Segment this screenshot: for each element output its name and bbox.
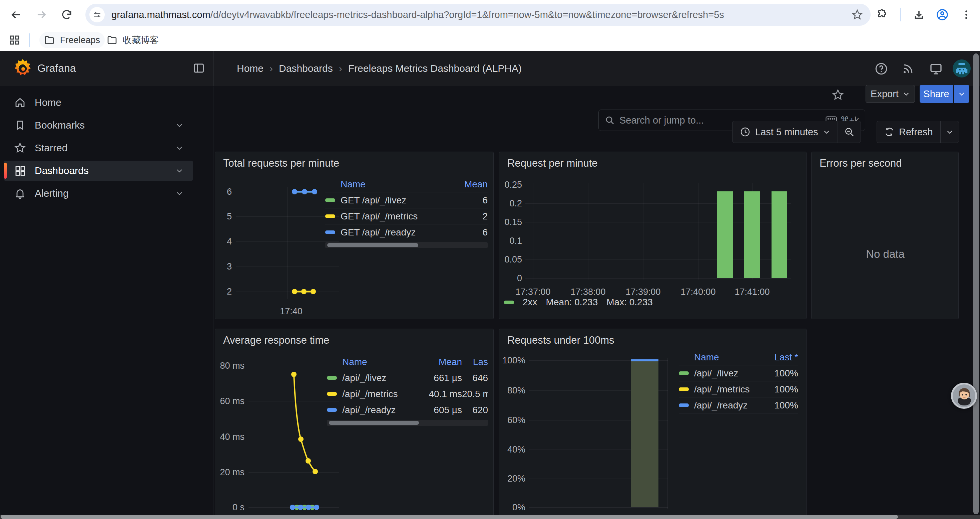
panel-requests-under-100ms[interactable]: Requests under 100ms100%80%60%40%20%0%17… — [499, 329, 807, 519]
user-avatar[interactable] — [953, 59, 970, 77]
series-name[interactable]: /api/_/livez — [342, 373, 425, 383]
bar-2xx — [717, 192, 733, 278]
y-axis-tick: 0.15 — [502, 217, 522, 227]
vertical-scrollbar-thumb[interactable] — [973, 53, 978, 514]
panel-title: Request per minute — [508, 157, 598, 169]
share-button[interactable]: Share — [920, 85, 953, 103]
area-fill-100pct — [631, 360, 659, 507]
profile-icon[interactable] — [933, 5, 951, 24]
chevron-down-icon[interactable] — [175, 189, 183, 197]
refresh-interval-button[interactable] — [941, 121, 959, 143]
legend-scrollbar[interactable] — [325, 242, 488, 248]
legend-column-header[interactable]: Las — [462, 357, 488, 367]
gridline — [698, 183, 698, 279]
legend-column-header[interactable]: Name — [340, 179, 451, 190]
news-rss-icon[interactable] — [898, 59, 918, 79]
forward-icon[interactable] — [32, 5, 51, 24]
grafana-logo[interactable] — [13, 59, 32, 77]
horizontal-scrollbar-thumb[interactable] — [1, 515, 898, 519]
y-axis-tick: 0.2 — [502, 198, 522, 209]
sidebar-item-starred[interactable]: Starred — [4, 138, 193, 158]
series-name[interactable]: /api/_/metrics — [694, 384, 759, 395]
series-name[interactable]: GET /api/_/livez — [340, 195, 451, 206]
series-name[interactable]: /api/_/metrics — [342, 389, 425, 399]
y-axis-tick: 5 — [218, 211, 232, 222]
zoom-out-button[interactable] — [838, 121, 861, 143]
sidebar-item-dashboards[interactable]: Dashboards — [4, 161, 193, 181]
gridline — [617, 358, 617, 509]
sidebar-item-alerting[interactable]: Alerting — [4, 184, 193, 203]
legend-column-header[interactable]: Last * — [759, 352, 798, 363]
bookmark-folder-freeleaps[interactable]: Freeleaps — [39, 32, 105, 48]
url-bar[interactable]: grafana.mathmast.com/d/deytv4rwavabkb/fr… — [85, 4, 870, 26]
series-value: 20.5 m — [462, 389, 488, 399]
refresh-button[interactable]: Refresh — [877, 121, 940, 143]
site-info-icon[interactable] — [89, 7, 105, 22]
legend-column-header[interactable]: Name — [694, 352, 759, 363]
legend-scrollbar-thumb[interactable] — [327, 243, 418, 247]
sidebar-item-bookmarks[interactable]: Bookmarks — [4, 115, 193, 135]
panel-request-per-minute[interactable]: Request per minute0.250.20.150.10.05017:… — [499, 152, 807, 319]
legend-column-header[interactable]: Mean — [451, 179, 488, 190]
gridline — [236, 292, 339, 292]
x-axis-tick: 17:39:00 — [625, 287, 660, 297]
series-name[interactable]: /api/_/readyz — [694, 400, 759, 411]
bookmark-star-icon[interactable] — [851, 9, 863, 21]
sidebar-toggle-icon[interactable] — [189, 58, 209, 78]
legend-series-name[interactable]: 2xx — [523, 297, 538, 308]
breadcrumb-dashboards[interactable]: Dashboards — [279, 63, 333, 74]
chevron-down-icon[interactable] — [175, 144, 183, 152]
download-icon[interactable] — [910, 5, 928, 24]
series-name[interactable]: /api/_/readyz — [342, 405, 425, 415]
legend-column-header[interactable]: Mean — [425, 357, 462, 367]
favorite-dashboard-star-icon[interactable] — [830, 88, 845, 102]
legend-row[interactable]: /api/_/livez100% — [679, 365, 798, 381]
series-value: 6 — [451, 227, 488, 238]
legend-row[interactable]: /api/_/readyz605 µs620 — [327, 402, 488, 418]
series-name[interactable]: GET /api/_/metrics — [340, 211, 451, 222]
bookmark-folder-blogs[interactable]: 收藏博客 — [102, 32, 164, 48]
kiosk-monitor-icon[interactable] — [926, 59, 946, 79]
legend-row[interactable]: /api/_/readyz100% — [679, 397, 798, 413]
menu-kebab-icon[interactable] — [957, 5, 976, 24]
legend-column-header[interactable]: Name — [342, 357, 425, 367]
legend: 2xxMean: 0.233Max: 0.233 — [504, 297, 653, 308]
series-name[interactable]: GET /api/_/readyz — [340, 227, 451, 238]
legend-row[interactable]: /api/_/livez661 µs646 — [327, 370, 488, 386]
apps-grid-icon[interactable] — [9, 34, 21, 46]
refresh-controls: Refresh — [877, 121, 959, 143]
legend-row[interactable]: GET /api/_/livez6 — [325, 192, 488, 208]
chevron-down-icon — [958, 90, 965, 97]
assistant-avatar-widget[interactable] — [951, 383, 977, 409]
bookmarks-bar: Freeleaps 收藏博客 — [0, 29, 980, 51]
legend-scrollbar-thumb[interactable] — [329, 421, 419, 425]
series-value: 100% — [759, 368, 798, 379]
bar-2xx — [744, 192, 760, 278]
help-icon[interactable] — [871, 59, 891, 79]
share-menu-button[interactable] — [954, 85, 969, 103]
legend-row[interactable]: GET /api/_/metrics2 — [325, 208, 488, 224]
chevron-down-icon[interactable] — [175, 167, 183, 175]
export-button[interactable]: Export — [865, 85, 915, 103]
chevron-down-icon[interactable] — [175, 121, 183, 129]
data-point — [302, 189, 307, 194]
series-color-pill — [679, 371, 689, 375]
bookmarks-divider — [29, 34, 30, 47]
time-range-picker[interactable]: Last 5 minutes — [732, 121, 838, 143]
series-name[interactable]: /api/_/livez — [694, 368, 759, 379]
gridline — [643, 183, 643, 279]
reload-icon[interactable] — [57, 5, 76, 24]
panel-average-response-time[interactable]: Average response time80 ms60 ms40 ms20 m… — [215, 329, 494, 519]
active-indicator — [4, 163, 7, 179]
panel-total-requests-per-minute[interactable]: Total requests per minute6543217:40NameM… — [215, 152, 494, 319]
sidebar-item-home[interactable]: Home — [4, 93, 193, 113]
legend-row[interactable]: /api/_/metrics40.1 ms20.5 m — [327, 386, 488, 402]
legend-row[interactable]: GET /api/_/readyz6 — [325, 224, 488, 240]
panel-errors-per-second[interactable]: Errors per secondNo data — [811, 152, 959, 319]
back-icon[interactable] — [7, 5, 25, 24]
breadcrumb-home[interactable]: Home — [237, 63, 264, 74]
legend-scrollbar[interactable] — [327, 420, 488, 426]
extensions-icon[interactable] — [873, 5, 892, 24]
legend-row[interactable]: /api/_/metrics100% — [679, 381, 798, 397]
chevron-down-icon — [946, 128, 953, 136]
